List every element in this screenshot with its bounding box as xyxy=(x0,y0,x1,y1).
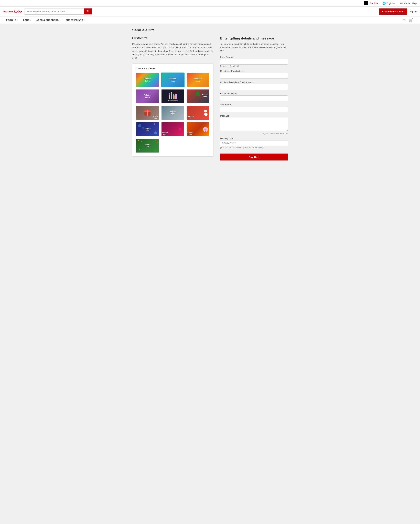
theme-logo-2: Rakutenkobo xyxy=(169,78,176,82)
theme-card-snowflake[interactable]: ❄ Rakutenkobo xyxy=(161,105,185,120)
header: Rakuten kobo 🔍 Create free account Sign … xyxy=(0,7,420,17)
sign-in-button[interactable]: Sign in xyxy=(409,10,417,13)
amount-group: Enter Amount Between 10 and 100 xyxy=(220,56,288,68)
language-selector[interactable]: 🌐 English ▾ xyxy=(382,2,396,5)
nav-item-ebooks[interactable]: eBOOKS ▾ xyxy=(3,17,20,24)
chevron-icon-superpoints: ▾ xyxy=(84,19,85,21)
logo-kobo-text: kobo xyxy=(14,9,22,13)
char-count: (0) 270 characters minimum xyxy=(220,132,288,135)
theme-grid: Rakutenkobo Rakutenkobo Rakutenkobo xyxy=(136,72,210,153)
chevron-icon-apps: ▾ xyxy=(59,19,60,21)
nav-label-apps: APPS & eREADERS xyxy=(36,19,59,21)
search-bar: 🔍 xyxy=(25,8,92,15)
message-group: Message (0) 270 characters minimum xyxy=(220,114,288,135)
logo-rakuten-text: Rakuten xyxy=(3,10,13,13)
theme-logo-8: Rakutenkobo xyxy=(170,111,176,115)
recipient-email-group: Receipient Email Address xyxy=(220,70,288,79)
theme-logo-6: Rakutenkobo xyxy=(202,94,208,98)
confirm-email-label: Confirm Receipient Email Address xyxy=(220,81,288,84)
amount-label: Enter Amount xyxy=(220,56,288,58)
right-column: Enter gifting details and message Tell u… xyxy=(220,36,288,160)
top-bar: Get $10 | 🌐 English ▾ | Gift Cards Help xyxy=(0,0,420,7)
theme-card-flowers[interactable]: 🌸 Rakutenkobo xyxy=(186,122,210,137)
theme-card-snowman[interactable]: Rakutenkobo xyxy=(186,105,210,120)
header-right: Create free account Sign in xyxy=(379,9,417,15)
theme-card-orange[interactable]: Rakutenkobo xyxy=(186,72,210,87)
delivery-date-group: Delivery Date (You can choose a date up … xyxy=(220,137,288,149)
nav-label-label: LABEL xyxy=(23,19,31,21)
language-label: English xyxy=(386,2,394,5)
get10-link[interactable]: Get $10 xyxy=(370,2,378,5)
theme-logo-3: Rakutenkobo xyxy=(194,78,202,82)
left-column: Customize It's easy to send eGift cards.… xyxy=(132,36,213,157)
message-textarea[interactable] xyxy=(220,118,288,131)
theme-card-bokeh[interactable]: Rakutenkobo xyxy=(136,122,159,137)
divider: | xyxy=(380,2,380,5)
chevron-down-icon: ▾ xyxy=(394,2,395,5)
nav-item-label[interactable]: LABEL xyxy=(20,17,34,24)
recipient-name-group: Receipient Name xyxy=(220,92,288,101)
divider2: | xyxy=(397,2,398,5)
nav: eBOOKS ▾ LABEL APPS & eREADERS ▾ SUPER P… xyxy=(0,17,420,24)
theme-card-purple[interactable]: Rakutenkobo xyxy=(136,89,159,104)
theme-card-box[interactable]: Rakutenkobo xyxy=(136,105,159,120)
recipient-email-label: Receipient Email Address xyxy=(220,70,288,72)
delivery-date-input[interactable] xyxy=(220,140,288,146)
color-swatch xyxy=(364,1,368,5)
theme-chooser-title: Choose a theme xyxy=(136,67,210,70)
buy-now-button[interactable]: Buy Now xyxy=(220,154,288,160)
theme-logo-1: Rakutenkobo xyxy=(144,78,151,82)
gift-cards-link[interactable]: Gift Cards xyxy=(400,2,410,5)
recipient-name-label: Receipient Name xyxy=(220,92,288,95)
theme-card-teal[interactable]: Rakutenkobo xyxy=(161,72,185,87)
theme-logo-9: Rakutenkobo xyxy=(188,115,194,119)
two-col-layout: Customize It's easy to send eGift cards.… xyxy=(132,36,288,160)
recipient-email-input[interactable] xyxy=(220,73,288,79)
your-name-input[interactable] xyxy=(220,107,288,112)
search-button[interactable]: 🔍 xyxy=(84,9,92,14)
description-text: It's easy to send eGift cards. You can s… xyxy=(132,42,213,60)
nav-right: ♡ 🛒 ▾ xyxy=(403,18,417,22)
create-account-button[interactable]: Create free account xyxy=(379,9,407,15)
wishlist-icon[interactable]: ♡ xyxy=(403,18,406,22)
cart-chevron-icon[interactable]: ▾ xyxy=(416,19,417,21)
theme-card-heart[interactable]: ♥ Rakutenkobo xyxy=(161,122,185,137)
theme-card-candles[interactable]: Rakuten kobo xyxy=(161,89,185,104)
theme-card-rainbow[interactable]: Rakutenkobo xyxy=(136,72,159,87)
theme-card-confetti[interactable]: Rakutenkobo xyxy=(136,138,159,153)
theme-logo-13: Rakutenkobo xyxy=(144,144,151,148)
amount-input[interactable] xyxy=(220,59,288,65)
delivery-date-label: Delivery Date xyxy=(220,137,288,140)
form-title: Enter gifting details and message xyxy=(220,36,288,40)
theme-logo-10: Rakutenkobo xyxy=(144,127,151,131)
your-name-label: Your name xyxy=(220,103,288,106)
chevron-icon-ebooks: ▾ xyxy=(17,19,18,21)
your-name-group: Your name xyxy=(220,103,288,112)
delivery-hint: (You can choose a date up to 1 year from… xyxy=(220,146,288,149)
theme-logo-4: Rakutenkobo xyxy=(144,94,151,98)
nav-item-superpoints[interactable]: SUPER POINTS ▾ xyxy=(63,17,87,24)
date-input-wrap xyxy=(220,140,288,146)
nav-label-superpoints: SUPER POINTS xyxy=(66,19,83,21)
theme-logo-12: Rakutenkobo xyxy=(187,132,193,136)
form-subtitle: Tell us who to send this gift to, and ad… xyxy=(220,42,288,52)
theme-card-christmas[interactable]: Rakutenkobo xyxy=(186,89,210,104)
search-input[interactable] xyxy=(25,9,84,14)
nav-item-apps[interactable]: APPS & eREADERS ▾ xyxy=(34,17,63,24)
theme-logo-7: Rakutenkobo xyxy=(153,116,158,119)
amount-hint: Between 10 and 100 xyxy=(220,65,288,68)
confirm-email-group: Confirm Receipient Email Address xyxy=(220,81,288,90)
help-link[interactable]: Help xyxy=(412,2,417,5)
theme-logo-5: Rakuten kobo xyxy=(168,100,178,102)
confirm-email-input[interactable] xyxy=(220,84,288,90)
message-label: Message xyxy=(220,114,288,117)
theme-logo-11: Rakutenkobo xyxy=(162,132,168,136)
customize-title: Customize xyxy=(132,36,213,40)
globe-icon: 🌐 xyxy=(382,2,386,5)
logo-link[interactable]: Rakuten kobo xyxy=(3,9,22,13)
main-content: Send a eGift Customize It's easy to send… xyxy=(129,24,291,165)
recipient-name-input[interactable] xyxy=(220,96,288,101)
theme-chooser: Choose a theme Rakutenkobo Rakutenkobo xyxy=(132,63,213,157)
page-title: Send a eGift xyxy=(132,28,288,32)
cart-icon[interactable]: 🛒 xyxy=(409,18,413,22)
